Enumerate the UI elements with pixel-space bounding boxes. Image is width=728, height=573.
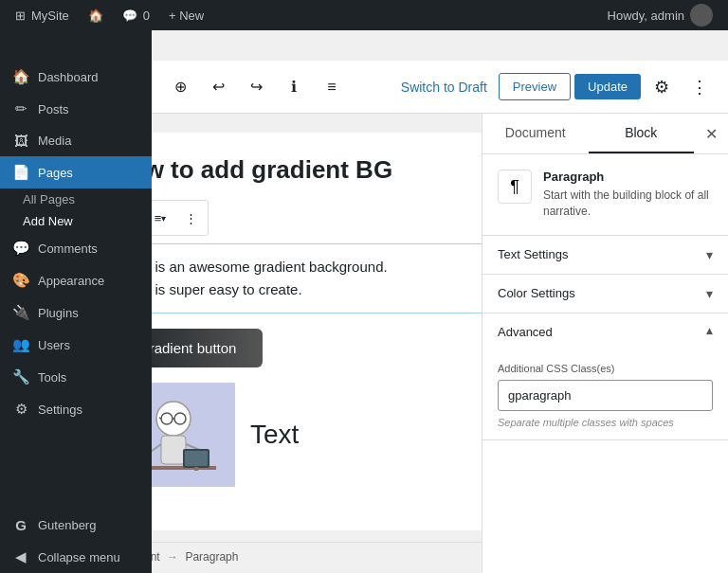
- svg-rect-11: [185, 451, 208, 466]
- undo-button[interactable]: ↩: [201, 70, 235, 104]
- sidebar-item-users[interactable]: 👥 Users: [0, 329, 152, 361]
- users-icon: 👥: [11, 336, 30, 353]
- sidebar-item-gutenberg[interactable]: G Gutenberg: [0, 510, 152, 541]
- tab-block[interactable]: Block: [589, 114, 695, 153]
- block-toolbar: ¶ ▾ ≡ ▾ ⋮: [152, 200, 209, 236]
- pilcrow-icon: ¶: [510, 177, 519, 197]
- sidebar-label-dashboard: Dashboard: [38, 70, 99, 84]
- posts-icon: ✏: [11, 100, 30, 117]
- image-block[interactable]: [152, 383, 235, 487]
- sidebar: 🏠 Dashboard ✏ Posts 🖼 Media 📄 Pages All …: [0, 30, 152, 573]
- sidebar-label-settings: Settings: [38, 403, 82, 417]
- color-settings-chevron: ▾: [706, 286, 713, 301]
- svg-rect-0: [152, 383, 235, 487]
- adminbar-new[interactable]: + New: [161, 0, 211, 30]
- sidebar-label-appearance: Appearance: [38, 274, 104, 288]
- tab-document[interactable]: Document: [482, 114, 589, 153]
- gradient-button-block[interactable]: Gradient button: [152, 329, 263, 367]
- block-type-icon: ¶: [498, 170, 532, 204]
- align-dropdown-icon: ▾: [161, 213, 166, 224]
- block-name: Paragraph: [543, 170, 713, 184]
- svg-rect-12: [194, 467, 198, 471]
- update-button[interactable]: Update: [574, 74, 641, 99]
- text-settings-header[interactable]: Text Settings ▾: [482, 236, 728, 274]
- sidebar-item-settings[interactable]: ⚙ Settings: [0, 393, 152, 425]
- home-icon: 🏠: [88, 9, 103, 23]
- sidebar-label-pages: Pages: [38, 166, 73, 180]
- image-text-block: Text: [152, 383, 482, 487]
- adminbar-howdy[interactable]: Howdy, admin: [600, 0, 720, 30]
- more-block-options-button[interactable]: ⋮: [177, 205, 204, 231]
- media-icon: 🖼: [11, 133, 30, 149]
- settings-icon: ⚙: [11, 401, 30, 418]
- sidebar-item-add-new[interactable]: Add New: [11, 210, 152, 232]
- comments-icon: 💬: [11, 240, 30, 257]
- adminbar-site[interactable]: ⊞ MySite: [8, 0, 77, 30]
- text-label: Text: [250, 420, 299, 450]
- tools-icon: 🔧: [11, 368, 30, 385]
- css-class-hint: Separate multiple classes with spaces: [498, 417, 713, 428]
- css-class-input[interactable]: [498, 380, 713, 411]
- add-block-button[interactable]: ⊕: [163, 70, 197, 104]
- all-pages-label: All Pages: [23, 192, 75, 206]
- paragraph-block[interactable]: This is an awesome gradient background. …: [152, 243, 482, 313]
- redo-button[interactable]: ↪: [239, 70, 273, 104]
- plugins-icon: 🔌: [11, 304, 30, 321]
- info-icon: ℹ: [291, 78, 297, 96]
- more-options-button[interactable]: ⋮: [682, 70, 717, 104]
- editor-canvas[interactable]: ▲ ⠿ ▼ How to add gradient BG ¶ ▾ ≡ ▾: [152, 114, 482, 573]
- breadcrumb-block[interactable]: Paragraph: [185, 550, 238, 564]
- right-tabs: Document Block ✕: [482, 114, 728, 154]
- editor-inner: ▲ ⠿ ▼ How to add gradient BG ¶ ▾ ≡ ▾: [152, 133, 482, 530]
- color-settings-header[interactable]: Color Settings ▾: [482, 275, 728, 313]
- settings-button[interactable]: ⚙: [645, 70, 679, 104]
- sidebar-label-collapse: Collapse menu: [38, 550, 120, 564]
- list-view-button[interactable]: ≡: [315, 70, 349, 104]
- sidebar-label-posts: Posts: [38, 102, 69, 116]
- preview-button[interactable]: Preview: [499, 73, 571, 100]
- ellipsis-icon: ⋮: [691, 77, 708, 98]
- breadcrumb-document[interactable]: Document: [152, 550, 160, 564]
- color-settings-panel: Color Settings ▾: [482, 275, 728, 313]
- plus-icon: ⊕: [174, 78, 187, 96]
- user-avatar: [690, 4, 713, 27]
- advanced-label: Advanced: [498, 325, 553, 339]
- info-button[interactable]: ℹ: [277, 70, 311, 104]
- sidebar-item-pages[interactable]: 📄 Pages: [0, 156, 152, 188]
- color-settings-label: Color Settings: [498, 286, 575, 300]
- wp-logo-icon: ⊞: [15, 9, 26, 23]
- advanced-header[interactable]: Advanced ▾: [482, 313, 728, 351]
- sidebar-item-comments[interactable]: 💬 Comments: [0, 232, 152, 264]
- post-title[interactable]: How to add gradient BG: [152, 155, 482, 185]
- sidebar-item-dashboard[interactable]: 🏠 Dashboard: [0, 61, 152, 93]
- comment-icon: 💬: [122, 9, 137, 23]
- paragraph-line-1: This is an awesome gradient background.: [152, 256, 482, 278]
- new-label: + New: [169, 9, 204, 23]
- pages-submenu: All Pages Add New: [0, 188, 152, 232]
- adminbar-comments[interactable]: 💬 0: [115, 0, 157, 30]
- sidebar-label-tools: Tools: [38, 370, 66, 385]
- block-info: ¶ Paragraph Start with the building bloc…: [482, 154, 728, 236]
- collapse-icon: ◀: [11, 548, 30, 565]
- svg-rect-6: [161, 436, 186, 464]
- sidebar-item-posts[interactable]: ✏ Posts: [0, 93, 152, 125]
- gear-icon: ⚙: [654, 77, 669, 98]
- sidebar-item-media[interactable]: 🖼 Media: [0, 125, 152, 156]
- advanced-body: Additional CSS Class(es) Separate multip…: [482, 351, 728, 439]
- admin-bar: ⊞ MySite 🏠 💬 0 + New Howdy, admin: [0, 0, 728, 30]
- close-panel-button[interactable]: ✕: [694, 114, 728, 153]
- switch-to-draft-button[interactable]: Switch to Draft: [393, 80, 495, 95]
- block-meta: Paragraph Start with the building block …: [543, 170, 713, 220]
- sidebar-item-tools[interactable]: 🔧 Tools: [0, 361, 152, 393]
- sidebar-item-collapse[interactable]: ◀ Collapse menu: [0, 541, 152, 573]
- alignment-button[interactable]: ≡ ▾: [152, 205, 173, 231]
- adminbar-dashboard[interactable]: 🏠: [81, 0, 111, 30]
- sidebar-item-appearance[interactable]: 🎨 Appearance: [0, 264, 152, 296]
- redo-icon: ↪: [250, 78, 263, 96]
- sidebar-label-users: Users: [38, 338, 70, 352]
- paragraph-line-2: This is super easy to create.: [152, 278, 482, 301]
- breadcrumb-container: Document → Paragraph: [152, 538, 482, 571]
- sidebar-item-all-pages[interactable]: All Pages: [11, 188, 152, 210]
- sidebar-item-plugins[interactable]: 🔌 Plugins: [0, 296, 152, 329]
- sidebar-label-media: Media: [38, 134, 71, 148]
